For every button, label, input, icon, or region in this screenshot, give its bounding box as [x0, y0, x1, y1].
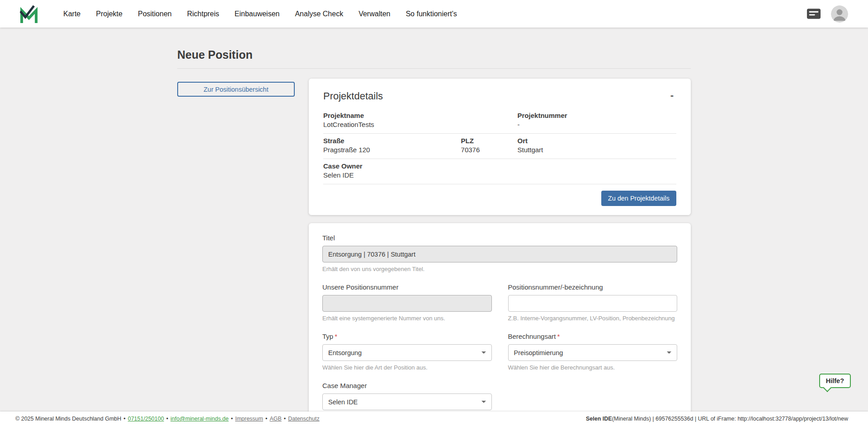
- strasse-value: Pragstraße 120: [323, 146, 461, 154]
- right-column: Projektdetails - Projektname LotCreation…: [309, 79, 691, 412]
- zu-den-projektdetails-button[interactable]: Zu den Projektdetails: [601, 191, 676, 206]
- plz-label: PLZ: [461, 137, 518, 145]
- titel-label: Titel: [322, 234, 677, 242]
- case-manager-field-group: Case Manager Selen IDE: [322, 382, 492, 410]
- top-navbar: Karte Projekte Positionen Richtpreis Ein…: [0, 0, 868, 28]
- footer-separator: •: [231, 416, 233, 422]
- typ-label: Typ*: [322, 332, 492, 340]
- footer-impressum-link[interactable]: Impressum: [235, 416, 263, 422]
- positionsnummer-field-group: Positionsnummer/-bezeichnung Z.B. Intern…: [508, 283, 678, 322]
- footer-separator: •: [123, 416, 125, 422]
- footer-agb-link[interactable]: AGB: [269, 416, 281, 422]
- projektnummer-value: -: [518, 121, 676, 128]
- positionsnummer-input[interactable]: [508, 295, 678, 312]
- nav-positionen[interactable]: Positionen: [138, 10, 172, 18]
- footer-separator: •: [284, 416, 286, 422]
- title-divider: [177, 68, 691, 69]
- titel-helper: Erhält den von uns vorgegebenen Titel.: [322, 266, 677, 272]
- unsere-positionsnummer-label: Unsere Positionsnummer: [322, 283, 492, 291]
- titel-field-group: Titel Erhält den von uns vorgegebenen Ti…: [322, 234, 677, 272]
- case-manager-label: Case Manager: [322, 382, 492, 389]
- footer-user-name: Selen IDE: [586, 416, 612, 422]
- berechnungsart-select-value: Preisoptimierung: [514, 349, 563, 356]
- nav-richtpreis[interactable]: Richtpreis: [187, 10, 219, 18]
- nav-verwalten[interactable]: Verwalten: [359, 10, 390, 18]
- projektname-value: LotCreationTests: [323, 121, 461, 128]
- copyright-text: © 2025 Mineral Minds Deutschland GmbH: [15, 416, 121, 422]
- berechnungsart-label: Berechnungsart*: [508, 332, 678, 340]
- project-card-title: Projektdetails: [323, 90, 383, 102]
- case-owner-label: Case Owner: [323, 162, 461, 170]
- navbar-right: [807, 5, 848, 23]
- project-details-card: Projektdetails - Projektname LotCreation…: [309, 79, 691, 215]
- berechnungsart-field-group: Berechnungsart* Preisoptimierung Wählen …: [508, 332, 678, 371]
- titel-input: [322, 246, 677, 262]
- typ-field-group: Typ* Entsorgung Wählen Sie hier die Art …: [322, 332, 492, 371]
- chevron-down-icon: [481, 401, 486, 403]
- case-manager-select[interactable]: Selen IDE: [322, 393, 492, 410]
- ort-value: Stuttgart: [518, 146, 676, 154]
- zur-positionsuebersicht-button[interactable]: Zur Positionsübersicht: [177, 82, 295, 97]
- unsere-positionsnummer-field-group: Unsere Positionsnummer Erhält eine syste…: [322, 283, 492, 322]
- unsere-positionsnummer-input: [322, 295, 492, 312]
- projektnummer-label: Projektnummer: [518, 112, 676, 119]
- user-avatar-icon[interactable]: [831, 5, 848, 23]
- page-title: Neue Position: [177, 48, 691, 61]
- nav-projekte[interactable]: Projekte: [96, 10, 123, 18]
- nav-einbauweisen[interactable]: Einbauweisen: [235, 10, 280, 18]
- server-icon[interactable]: [807, 8, 821, 19]
- help-button[interactable]: Hilfe?: [819, 374, 851, 388]
- positionsnummer-helper: Z.B. Interne-Vorgangsnummer, LV-Position…: [508, 315, 678, 322]
- detail-row-case-owner: Case Owner Selen IDE: [323, 159, 676, 184]
- detail-row-name-number: Projektname LotCreationTests Projektnumm…: [323, 108, 676, 134]
- detail-row-address: Straße Pragstraße 120 PLZ 70376 Ort Stut…: [323, 134, 676, 159]
- minus-icon[interactable]: -: [668, 90, 676, 100]
- footer-session-info: (Mineral Minds) | 69576255536d | URL of …: [612, 416, 848, 422]
- case-owner-value: Selen IDE: [323, 171, 461, 179]
- mineral-minds-logo-icon: [20, 5, 38, 23]
- footer-email-link[interactable]: info@mineral-minds.de: [170, 416, 229, 422]
- footer-phone-link[interactable]: 07151/250100: [128, 416, 164, 422]
- required-asterisk: *: [335, 332, 337, 340]
- mineral-minds-logo[interactable]: [20, 5, 38, 23]
- plz-value: 70376: [461, 146, 518, 154]
- main-area: Neue Position Zur Positionsübersicht Pro…: [0, 28, 868, 412]
- typ-select[interactable]: Entsorgung: [322, 344, 492, 361]
- unsere-positionsnummer-helper: Erhält eine systemgenerierte Nummer von …: [322, 315, 492, 322]
- strasse-label: Straße: [323, 137, 461, 145]
- berechnungsart-helper: Wählen Sie hier die Berechnungsart aus.: [508, 364, 678, 371]
- required-asterisk: *: [557, 332, 560, 340]
- footer-separator: •: [166, 416, 168, 422]
- case-manager-select-value: Selen IDE: [328, 398, 358, 406]
- projektname-label: Projektname: [323, 112, 461, 119]
- positionsnummer-label: Positionsnummer/-bezeichnung: [508, 283, 678, 291]
- berechnungsart-select[interactable]: Preisoptimierung: [508, 344, 678, 361]
- nav-karte[interactable]: Karte: [63, 10, 80, 18]
- left-column: Zur Positionsübersicht: [177, 79, 309, 97]
- chevron-down-icon: [481, 351, 486, 354]
- footer: © 2025 Mineral Minds Deutschland GmbH • …: [0, 412, 868, 426]
- position-form-card: Titel Erhält den von uns vorgegebenen Ti…: [309, 223, 691, 412]
- project-details-table: Projektname LotCreationTests Projektnumm…: [323, 108, 676, 184]
- nav-analyse-check[interactable]: Analyse Check: [295, 10, 343, 18]
- typ-helper: Wählen Sie hier die Art der Position aus…: [322, 364, 492, 371]
- footer-right: Selen IDE (Mineral Minds) | 69576255536d…: [586, 416, 848, 422]
- footer-separator: •: [265, 416, 267, 422]
- footer-datenschutz-link[interactable]: Datenschutz: [288, 416, 319, 422]
- main-nav: Karte Projekte Positionen Richtpreis Ein…: [63, 10, 457, 18]
- chevron-down-icon: [667, 351, 671, 354]
- typ-select-value: Entsorgung: [328, 349, 362, 356]
- ort-label: Ort: [518, 137, 676, 145]
- footer-left: © 2025 Mineral Minds Deutschland GmbH • …: [15, 416, 320, 422]
- nav-so-funktionierts[interactable]: So funktioniert's: [406, 10, 457, 18]
